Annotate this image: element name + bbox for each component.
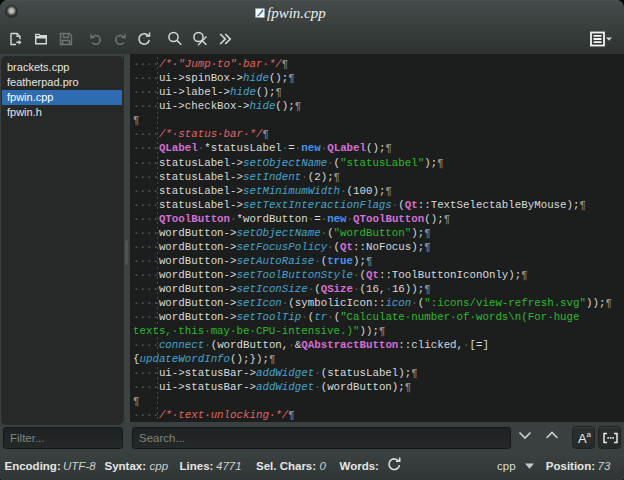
svg-text:a: a [587, 430, 592, 439]
